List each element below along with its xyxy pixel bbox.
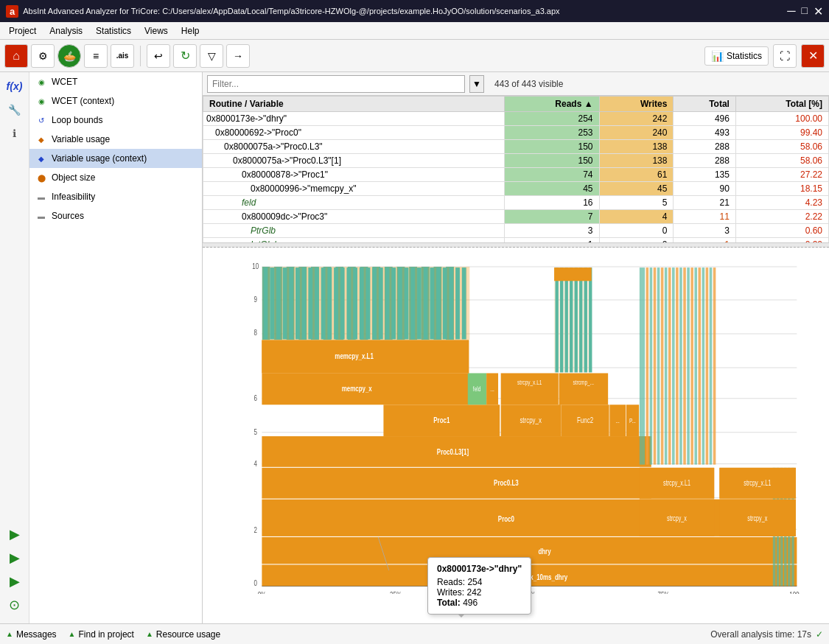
cell-writes: 45 xyxy=(599,182,674,196)
menu-help[interactable]: Help xyxy=(175,24,206,38)
svg-text:Proc0: Proc0 xyxy=(498,514,514,523)
loop-bounds-icon: ↺ xyxy=(35,114,47,126)
statistics-button[interactable]: 📊 Statistics xyxy=(704,46,769,66)
play-button-1[interactable]: ▶ xyxy=(4,523,26,545)
sidebar-item-wcet-context[interactable]: ◉ WCET (context) xyxy=(29,91,202,111)
table-row[interactable]: 0x8000173e->"dhry"254242496100.00 xyxy=(203,112,829,126)
svg-text:strcpy_x.L1: strcpy_x.L1 xyxy=(663,479,690,488)
table-row[interactable]: 0x8000075a->"Proc0.L3"15013828858.06 xyxy=(203,140,829,154)
cell-reads: 16 xyxy=(504,196,599,210)
table-row[interactable]: 0x8000075a->"Proc0.L3"[1]15013828858.06 xyxy=(203,154,829,168)
menu-views[interactable]: Views xyxy=(139,24,174,38)
wcet-icon: ◉ xyxy=(35,76,47,88)
find-in-project-button[interactable]: ▲ Find in project xyxy=(69,629,134,640)
toolbar-list-button[interactable]: ≡ xyxy=(84,44,108,68)
cell-reads: 150 xyxy=(504,154,599,168)
svg-text:strcpy_x: strcpy_x xyxy=(747,514,767,522)
toolbar-sep-1 xyxy=(140,46,141,66)
table-row[interactable]: PtrGlb3030.60 xyxy=(203,224,829,238)
svg-rect-91 xyxy=(455,267,460,339)
toolbar-settings-button[interactable]: ⚙ xyxy=(31,44,55,68)
svg-rect-68 xyxy=(308,267,312,339)
table-row[interactable]: 0x800009dc->"Proc3"74112.22 xyxy=(203,210,829,224)
svg-text:P...: P... xyxy=(629,417,636,425)
close-button[interactable]: ✕ xyxy=(814,4,823,18)
play-button-2[interactable]: ▶ xyxy=(4,547,26,569)
statistics-label: Statistics xyxy=(727,51,762,61)
svg-rect-118 xyxy=(698,267,701,464)
sidebar-label-variable-usage-context: Variable usage (context) xyxy=(52,153,147,164)
data-table-container[interactable]: Routine / Variable Reads ▲ Writes Total … xyxy=(203,96,829,243)
bar-strcpyl1-m[interactable] xyxy=(501,373,559,405)
menu-project[interactable]: Project xyxy=(3,24,42,38)
toolbar-filter-button[interactable]: ▽ xyxy=(200,44,223,68)
cell-total: 90 xyxy=(674,182,736,196)
toolbar-expand-button[interactable]: ⛶ xyxy=(773,44,797,68)
menu-statistics[interactable]: Statistics xyxy=(90,24,137,38)
cell-writes: 4 xyxy=(599,210,674,224)
svg-rect-101 xyxy=(589,267,592,372)
toolbar-ais-button[interactable]: .ais xyxy=(111,44,134,68)
play-button-3[interactable]: ▶ xyxy=(4,570,26,592)
tooltip-reads-val: 254 xyxy=(467,577,482,587)
col-header-reads[interactable]: Reads ▲ xyxy=(504,97,599,112)
bar-strcmpx[interactable] xyxy=(559,405,562,436)
table-row[interactable]: 0x80000996->"memcpy_x"45459018.15 xyxy=(203,182,829,196)
toolbar-refresh-button[interactable]: ↻ xyxy=(173,44,197,68)
svg-rect-77 xyxy=(366,267,371,339)
tooltip-reads-label: Reads: xyxy=(437,577,465,587)
svg-rect-79 xyxy=(379,267,383,339)
sidebar-item-variable-usage[interactable]: ◆ Variable usage xyxy=(29,130,202,149)
table-row[interactable]: 0x80000878->"Proc1"746113527.22 xyxy=(203,168,829,182)
maximize-button[interactable]: □ xyxy=(802,4,808,18)
icon-tool2[interactable]: ℹ xyxy=(4,122,26,144)
bar-proc0l3[interactable] xyxy=(262,468,651,499)
statusbar-left: ▲ Messages ▲ Find in project ▲ Resource … xyxy=(6,629,220,640)
cell-total: 135 xyxy=(674,168,736,182)
sidebar-item-variable-usage-context[interactable]: ◆ Variable usage (context) xyxy=(29,149,202,168)
cell-total-pct: 99.40 xyxy=(735,126,828,140)
sidebar-item-object-size[interactable]: ⬤ Object size xyxy=(29,168,202,187)
table-row[interactable]: feld165214.23 xyxy=(203,196,829,210)
svg-text:dhry: dhry xyxy=(538,547,551,556)
sidebar-item-loop-bounds[interactable]: ↺ Loop bounds xyxy=(29,111,202,130)
table-row[interactable]: 0x80000692->"Proc0"25324049399.40 xyxy=(203,126,829,140)
play-button-4[interactable]: ⊙ xyxy=(4,594,26,616)
cell-writes: 242 xyxy=(599,112,674,126)
col-header-total[interactable]: Total xyxy=(674,97,736,112)
cell-total: 21 xyxy=(674,196,736,210)
icon-tool1[interactable]: 🔧 xyxy=(4,99,26,121)
messages-button[interactable]: ▲ Messages xyxy=(6,629,57,640)
svg-text:memcpy_x.L1: memcpy_x.L1 xyxy=(335,351,374,361)
filter-dropdown[interactable]: ▼ xyxy=(469,75,484,93)
svg-rect-70 xyxy=(321,267,326,339)
svg-rect-85 xyxy=(417,267,422,339)
cell-writes: 5 xyxy=(599,196,674,210)
chart-area: 10 9 8 6 5 4 2 0 xyxy=(203,248,829,623)
titlebar: a AbsInt Advanced Analyzer for TriCore: … xyxy=(0,0,829,22)
sidebar-item-sources[interactable]: ▬ Sources xyxy=(29,206,202,225)
table-row[interactable]: IntGlob1010.20 xyxy=(203,238,829,244)
toolbar-close-button[interactable]: ✕ xyxy=(801,44,825,68)
minimize-button[interactable]: ─ xyxy=(787,4,795,18)
sidebar-item-wcet[interactable]: ◉ WCET xyxy=(29,72,202,91)
toolbar-chart-button[interactable]: 🥧 xyxy=(57,44,81,68)
cell-total: 1 xyxy=(674,238,736,244)
svg-rect-89 xyxy=(443,267,447,339)
col-header-writes[interactable]: Writes xyxy=(599,97,674,112)
col-header-total-pct[interactable]: Total [%] xyxy=(735,97,828,112)
toolbar-home-button[interactable]: ⌂ xyxy=(4,44,28,68)
svg-rect-119 xyxy=(702,267,705,464)
sidebar-label-loop-bounds: Loop bounds xyxy=(52,115,102,125)
icon-function[interactable]: f(x) xyxy=(4,75,26,97)
toolbar-back-button[interactable]: ↩ xyxy=(147,44,170,68)
resource-usage-button[interactable]: ▲ Resource usage xyxy=(146,629,220,640)
svg-text:Proc0.L3[1]: Proc0.L3[1] xyxy=(437,447,469,456)
sidebar-item-infeasibility[interactable]: ▬ Infeasibility xyxy=(29,187,202,206)
svg-rect-63 xyxy=(276,267,281,339)
bar-strcmp-m[interactable] xyxy=(559,373,609,405)
toolbar-forward-button[interactable]: → xyxy=(226,44,250,68)
filter-input[interactable] xyxy=(207,75,465,93)
col-header-name[interactable]: Routine / Variable xyxy=(203,97,505,112)
menu-analysis[interactable]: Analysis xyxy=(43,24,88,38)
